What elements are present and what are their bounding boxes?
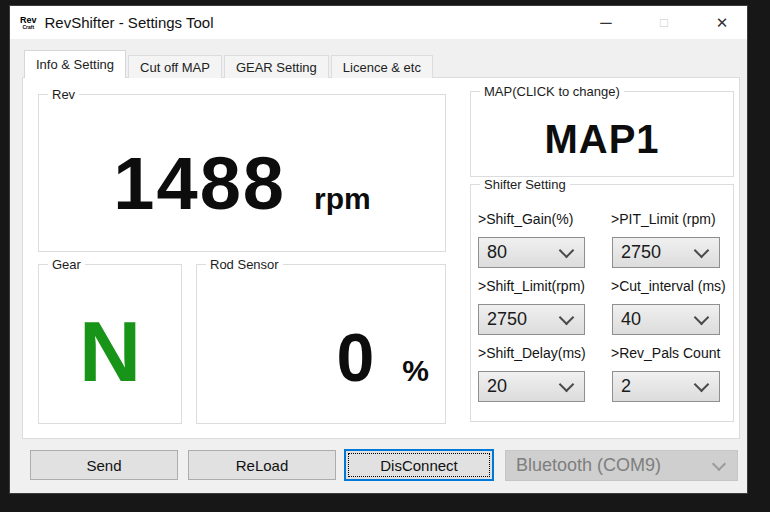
rev-value: 1488 bbox=[113, 147, 286, 221]
maximize-icon[interactable]: □ bbox=[641, 6, 687, 39]
tab-cut-off-map[interactable]: Cut off MAP bbox=[128, 55, 222, 78]
rev-group-label: Rev bbox=[48, 87, 79, 102]
com-port-dropdown: Bluetooth (COM9) bbox=[505, 450, 738, 481]
rev-pals-count-value: 2 bbox=[613, 376, 696, 397]
tab-licence-etc[interactable]: Licence & etc bbox=[331, 55, 433, 78]
tab-page-info-setting: Rev 1488 rpm Gear N Rod Sensor 0 % MAP(C… bbox=[22, 77, 740, 439]
disconnect-button[interactable]: DisConnect bbox=[344, 449, 494, 481]
send-button[interactable]: Send bbox=[30, 450, 178, 480]
chevron-down-icon bbox=[559, 243, 575, 259]
map-group: MAP(CLICK to change) MAP1 bbox=[470, 91, 734, 177]
app-logo-icon: Rev Craft bbox=[20, 16, 37, 30]
rev-pals-count-label: >Rev_Pals Count bbox=[611, 345, 720, 361]
rod-sensor-unit: % bbox=[402, 356, 429, 386]
minimize-icon[interactable]: ─ bbox=[583, 6, 629, 39]
rod-sensor-value: 0 bbox=[336, 323, 374, 391]
shifter-setting-group: Shifter Setting >Shift_Gain(%) 80 >PIT_L… bbox=[470, 184, 734, 422]
chevron-down-icon bbox=[694, 310, 710, 326]
shift-delay-dropdown[interactable]: 20 bbox=[478, 371, 585, 402]
tab-gear-setting[interactable]: GEAR Setting bbox=[224, 55, 329, 78]
rod-sensor-group-label: Rod Sensor bbox=[206, 257, 283, 272]
chevron-down-icon bbox=[559, 310, 575, 326]
pit-limit-label: >PIT_Limit (rpm) bbox=[611, 211, 716, 227]
chevron-down-icon bbox=[559, 377, 575, 393]
shift-delay-label: >Shift_Delay(ms) bbox=[478, 345, 586, 361]
window-controls: ─ □ ✕ bbox=[571, 6, 747, 39]
shift-gain-label: >Shift_Gain(%) bbox=[478, 211, 573, 227]
shift-limit-dropdown[interactable]: 2750 bbox=[478, 304, 585, 335]
map-group-label: MAP(CLICK to change) bbox=[480, 84, 624, 99]
shift-delay-value: 20 bbox=[479, 376, 561, 397]
rod-sensor-display: 0 % bbox=[197, 265, 445, 423]
cut-interval-value: 40 bbox=[613, 309, 696, 330]
rev-pals-count-dropdown[interactable]: 2 bbox=[612, 371, 720, 402]
cut-interval-dropdown[interactable]: 40 bbox=[612, 304, 720, 335]
gear-display: N bbox=[39, 265, 181, 423]
window-title: RevShifter - Settings Tool bbox=[45, 14, 214, 31]
rev-unit: rpm bbox=[314, 184, 371, 214]
rod-sensor-group: Rod Sensor 0 % bbox=[196, 264, 446, 424]
shift-limit-label: >Shift_Limit(rpm) bbox=[478, 278, 585, 294]
reload-button[interactable]: ReLoad bbox=[188, 450, 336, 480]
rev-display: 1488 rpm bbox=[39, 95, 445, 251]
shift-gain-value: 80 bbox=[479, 242, 561, 263]
chevron-down-icon bbox=[694, 377, 710, 393]
pit-limit-dropdown[interactable]: 2750 bbox=[612, 237, 720, 268]
tab-strip: Info & Setting Cut off MAP GEAR Setting … bbox=[24, 46, 435, 78]
map-value[interactable]: MAP1 bbox=[544, 119, 659, 159]
pit-limit-value: 2750 bbox=[613, 242, 696, 263]
gear-value: N bbox=[79, 308, 141, 394]
cut-interval-label: >Cut_interval (ms) bbox=[611, 278, 726, 294]
chevron-down-icon bbox=[694, 243, 710, 259]
title-bar[interactable]: Rev Craft RevShifter - Settings Tool ─ □… bbox=[10, 6, 747, 39]
shift-limit-value: 2750 bbox=[479, 309, 561, 330]
map-selector[interactable]: MAP1 bbox=[471, 92, 733, 176]
gear-group-label: Gear bbox=[48, 257, 85, 272]
gear-group: Gear N bbox=[38, 264, 182, 424]
tab-info-setting[interactable]: Info & Setting bbox=[24, 50, 126, 78]
shifter-setting-group-label: Shifter Setting bbox=[480, 177, 570, 192]
chevron-down-icon bbox=[712, 456, 726, 470]
com-port-value: Bluetooth (COM9) bbox=[506, 455, 714, 476]
app-logo-bottom: Craft bbox=[22, 25, 34, 30]
shift-gain-dropdown[interactable]: 80 bbox=[478, 237, 585, 268]
close-icon[interactable]: ✕ bbox=[699, 6, 745, 39]
app-window: Rev Craft RevShifter - Settings Tool ─ □… bbox=[10, 6, 747, 493]
rev-group: Rev 1488 rpm bbox=[38, 94, 446, 252]
